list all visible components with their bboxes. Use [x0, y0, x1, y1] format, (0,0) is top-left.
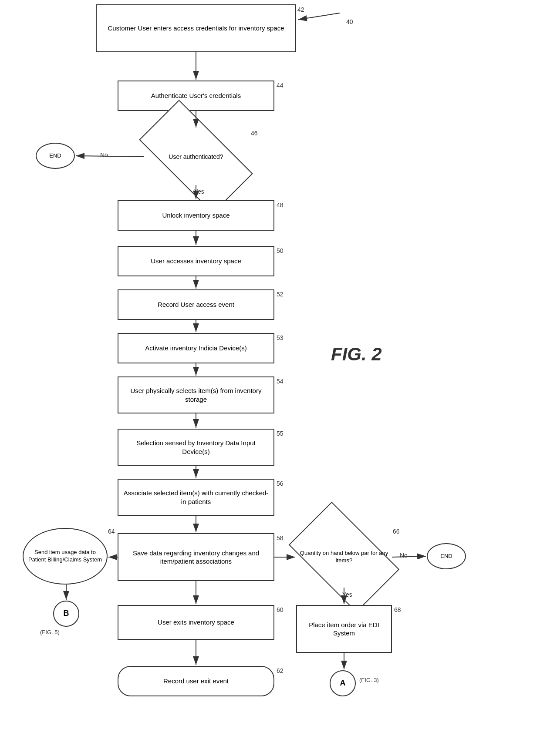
svg-line-4 — [76, 156, 144, 157]
end-2-text: END — [440, 553, 452, 560]
node-50-text: User accesses inventory space — [151, 257, 241, 265]
end-1-text: END — [49, 152, 61, 160]
node-55: Selection sensed by Inventory Data Input… — [118, 429, 274, 466]
label-62: 62 — [277, 667, 284, 674]
node-42-text: Customer User enters access credentials … — [108, 24, 284, 33]
yes-label-1: Yes — [194, 188, 204, 195]
label-58: 58 — [277, 534, 284, 541]
a-sub-label: (FIG. 3) — [359, 677, 379, 683]
node-b: B — [53, 601, 79, 627]
node-46-text: User authenticated? — [169, 153, 223, 161]
node-68: Place item order via EDI System — [296, 605, 392, 653]
node-48: Unlock inventory space — [118, 200, 274, 231]
svg-line-17 — [392, 556, 426, 557]
node-62: Record user exit event — [118, 666, 274, 696]
node-68-text: Place item order via EDI System — [301, 621, 387, 638]
end-oval-1: END — [36, 143, 75, 169]
node-58: Save data regarding inventory changes an… — [118, 533, 274, 581]
node-52-text: Record User access event — [158, 300, 234, 309]
node-56: Associate selected item(s) with currentl… — [118, 479, 274, 516]
node-60-text: User exits inventory space — [158, 618, 234, 627]
node-48-text: Unlock inventory space — [162, 211, 230, 220]
label-42: 42 — [297, 6, 304, 13]
no-label-2: No — [400, 552, 408, 559]
node-60: User exits inventory space — [118, 605, 274, 640]
label-46: 46 — [251, 130, 258, 137]
label-50: 50 — [277, 247, 284, 254]
label-56: 56 — [277, 480, 284, 487]
label-64: 64 — [108, 528, 115, 535]
node-64: Send item usage data to Patient Billing/… — [23, 528, 108, 585]
svg-line-1 — [298, 13, 340, 20]
node-46: User authenticated? — [144, 128, 248, 185]
a-text: A — [340, 678, 346, 688]
label-40: 40 — [346, 18, 353, 25]
end-oval-2: END — [427, 543, 466, 569]
node-44-text: Authenticate User's credentials — [151, 91, 241, 100]
node-66-text: Quantity on hand below par for any items… — [296, 550, 392, 564]
node-53-text: Activate inventory Indicia Device(s) — [145, 344, 246, 353]
node-62-text: Record user exit event — [163, 677, 229, 685]
label-48: 48 — [277, 202, 284, 208]
node-66: Quantity on hand below par for any items… — [296, 527, 392, 588]
fig-2-label: FIG. 2 — [331, 344, 382, 365]
node-42: Customer User enters access credentials … — [96, 4, 296, 52]
no-label-1: No — [100, 151, 108, 158]
label-52: 52 — [277, 291, 284, 298]
flowchart-diagram: 40 Customer User enters access credentia… — [0, 0, 540, 756]
b-text: B — [64, 608, 69, 618]
node-54-text: User physically selects item(s) from inv… — [123, 386, 269, 403]
label-68: 68 — [394, 606, 401, 613]
label-66: 66 — [393, 528, 400, 535]
node-52: Record User access event — [118, 289, 274, 320]
node-50: User accesses inventory space — [118, 246, 274, 276]
label-60: 60 — [277, 606, 284, 613]
node-55-text: Selection sensed by Inventory Data Input… — [123, 439, 269, 456]
yes-label-2: Yes — [342, 591, 352, 598]
node-54: User physically selects item(s) from inv… — [118, 376, 274, 413]
node-a: A — [330, 670, 356, 696]
label-54: 54 — [277, 378, 284, 385]
node-56-text: Associate selected item(s) with currentl… — [123, 489, 269, 506]
node-53: Activate inventory Indicia Device(s) — [118, 333, 274, 363]
node-44: Authenticate User's credentials — [118, 81, 274, 111]
node-64-text: Send item usage data to Patient Billing/… — [27, 549, 103, 564]
label-44: 44 — [277, 82, 284, 89]
label-53: 53 — [277, 334, 284, 341]
label-55: 55 — [277, 430, 284, 437]
b-sub-label: (FIG. 5) — [40, 629, 60, 635]
node-58-text: Save data regarding inventory changes an… — [123, 549, 269, 566]
